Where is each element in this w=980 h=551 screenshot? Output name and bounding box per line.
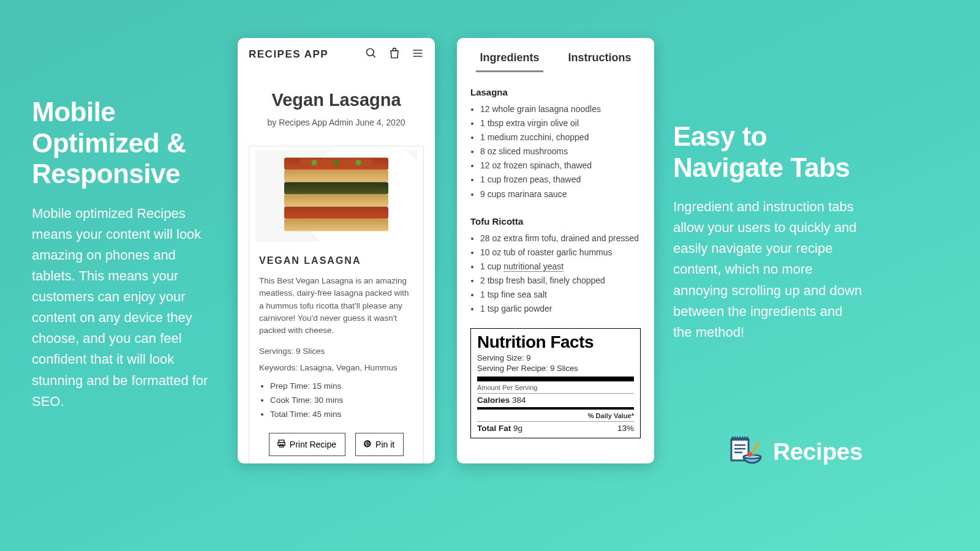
list-item: 9 cups marinara sauce xyxy=(480,187,641,201)
list-item: 1 tsp garlic powder xyxy=(480,302,641,316)
phone-mockup-recipe: RECIPES APP Vegan Lasagna by Recipes App… xyxy=(238,38,435,463)
list-item: Prep Time: 15 mins xyxy=(270,380,413,394)
svg-point-0 xyxy=(367,49,374,56)
recipe-byline: by Recipes App Admin June 4, 2020 xyxy=(238,118,435,127)
times-list: Prep Time: 15 mins Cook Time: 30 mins To… xyxy=(270,380,413,422)
list-item: 28 oz extra firm tofu, drained and press… xyxy=(480,231,641,246)
serving-per-recipe: Serving Per Recipe: 9 Slices xyxy=(477,364,634,373)
pin-label: Pin it xyxy=(375,440,394,449)
list-item: 1 tbsp extra virgin olive oil xyxy=(480,116,641,130)
nutrition-title: Nutrition Facts xyxy=(477,332,634,352)
tab-ingredients[interactable]: Ingredients xyxy=(476,45,543,72)
pinterest-icon xyxy=(363,440,372,450)
phone-topbar: RECIPES APP xyxy=(238,38,435,68)
divider-thick xyxy=(477,377,634,381)
tab-instructions[interactable]: Instructions xyxy=(564,45,635,72)
list-item: 12 oz frozen spinach, thawed xyxy=(480,159,641,173)
recipe-card: VEGAN LASAGNA This Best Vegan Lasagna is… xyxy=(249,146,424,463)
print-recipe-button[interactable]: Print Recipe xyxy=(269,433,345,456)
list-item: 2 tbsp fresh basil, finely chopped xyxy=(480,274,641,288)
bag-icon[interactable] xyxy=(388,47,401,62)
feature-right-body: Ingredient and instruction tabs allow yo… xyxy=(673,197,863,343)
divider-thin xyxy=(477,407,634,410)
feature-right: Easy to Navigate Tabs Ingredient and ins… xyxy=(673,121,863,343)
footer-logo-text: Recipes xyxy=(773,438,862,465)
button-row: Print Recipe Pin it xyxy=(249,433,423,456)
list-item: Cook Time: 30 mins xyxy=(270,394,413,408)
feature-right-heading: Easy to Navigate Tabs xyxy=(673,121,863,183)
daily-value-label: % Daily Value* xyxy=(477,412,634,419)
list-item: 12 whole grain lasagna noodles xyxy=(480,102,641,116)
brand-title: RECIPES APP xyxy=(249,48,328,61)
phone-mockup-ingredients: Ingredients Instructions Lasagna 12 whol… xyxy=(457,38,654,463)
list-item: 10 oz tub of roaster garlic hummus xyxy=(480,246,641,260)
svg-point-11 xyxy=(744,455,761,459)
recipe-description: This Best Vegan Lasagna is an amazing me… xyxy=(259,275,413,337)
svg-line-1 xyxy=(373,55,375,58)
servings-line: Servings: 9 Slices xyxy=(259,347,413,356)
topbar-icons xyxy=(365,47,424,62)
tabs: Ingredients Instructions xyxy=(457,45,654,72)
feature-left: Mobile Optimized & Responsive Mobile opt… xyxy=(32,97,216,412)
list-item: 1 tsp fine sea salt xyxy=(480,288,641,302)
list-item: 8 oz sliced mushrooms xyxy=(480,144,641,159)
recipes-logo-icon xyxy=(726,436,763,468)
recipe-hero-image xyxy=(255,150,417,242)
menu-icon[interactable] xyxy=(412,47,424,62)
serving-size: Serving Size: 9 xyxy=(477,353,634,362)
feature-left-heading: Mobile Optimized & Responsive xyxy=(32,97,216,190)
ingredient-list-lasagna: 12 whole grain lasagna noodles 1 tbsp ex… xyxy=(480,102,641,201)
feature-left-body: Mobile optimized Recipes means your cont… xyxy=(32,203,216,412)
svg-rect-13 xyxy=(752,441,760,453)
list-item: 1 medium zucchini, chopped xyxy=(480,130,641,144)
amount-per-serving-label: Amount Per Serving xyxy=(477,384,634,391)
list-item: 1 cup frozen peas, thawed xyxy=(480,173,641,187)
calories-row: Calories 384 xyxy=(477,395,634,405)
ingredient-list-tofu: 28 oz extra firm tofu, drained and press… xyxy=(480,231,641,317)
list-item: Total Time: 45 mins xyxy=(270,408,413,422)
nutritional-yeast-link[interactable]: nutritional yeast xyxy=(503,261,564,272)
section-title-lasagna: Lasagna xyxy=(470,87,641,97)
list-item: 1 cup nutritional yeast xyxy=(480,260,641,274)
keywords-line: Keywords: Lasagna, Vegan, Hummus xyxy=(259,363,413,372)
nutrition-facts-panel: Nutrition Facts Serving Size: 9 Serving … xyxy=(470,328,641,438)
printer-icon xyxy=(277,439,286,450)
footer-logo: Recipes xyxy=(726,436,862,468)
card-heading: VEGAN LASAGNA xyxy=(259,255,413,266)
svg-point-12 xyxy=(747,452,752,457)
print-label: Print Recipe xyxy=(290,440,336,449)
section-title-tofu-ricotta: Tofu Ricotta xyxy=(470,216,641,227)
recipe-title: Vegan Lasagna xyxy=(238,90,435,110)
pin-it-button[interactable]: Pin it xyxy=(355,433,404,456)
total-fat-row: Total Fat 9g 13% xyxy=(477,424,634,433)
search-icon[interactable] xyxy=(365,47,377,62)
